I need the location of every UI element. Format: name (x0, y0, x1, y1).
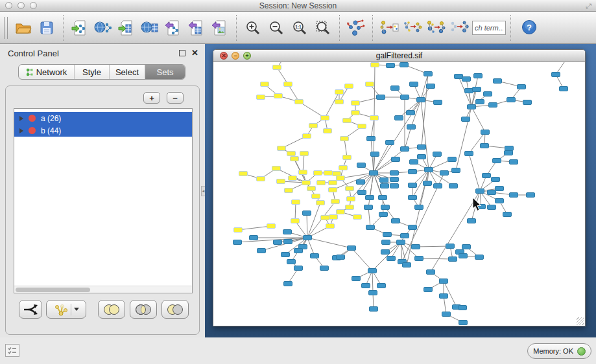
graph-node[interactable] (257, 95, 265, 100)
graph-edge[interactable] (456, 107, 471, 170)
graph-node[interactable] (377, 95, 385, 100)
graph-node[interactable] (409, 170, 417, 174)
graph-node[interactable] (364, 205, 373, 210)
graph-node[interactable] (370, 307, 378, 312)
graph-node[interactable] (267, 224, 276, 229)
zoom-in-button[interactable] (241, 15, 265, 41)
graph-node[interactable] (326, 224, 335, 229)
graph-node[interactable] (257, 249, 266, 253)
graph-node[interactable] (390, 184, 399, 188)
maximize-view-button[interactable]: + (243, 52, 251, 60)
graph-node[interactable] (493, 159, 501, 163)
graph-node[interactable] (377, 284, 386, 288)
graph-node[interactable] (337, 255, 345, 260)
zoom-actual-size-button[interactable]: 1:1 (288, 15, 311, 41)
view-resize-grip[interactable] (577, 317, 584, 325)
graph-node[interactable] (440, 294, 448, 299)
tab-select[interactable]: Select (110, 65, 145, 79)
graph-node[interactable] (462, 117, 470, 122)
graph-node[interactable] (381, 184, 389, 188)
graph-node[interactable] (367, 137, 375, 141)
graph-node[interactable] (335, 100, 344, 104)
graph-node[interactable] (434, 100, 442, 105)
graph-node[interactable] (303, 134, 311, 139)
graph-node[interactable] (340, 137, 349, 141)
graph-node[interactable] (523, 100, 532, 105)
graph-node[interactable] (357, 180, 365, 185)
graph-node[interactable] (312, 194, 320, 199)
graph-node[interactable] (295, 100, 304, 104)
graph-node[interactable] (494, 79, 502, 84)
graph-node[interactable] (386, 141, 394, 145)
graph-node[interactable] (403, 263, 411, 267)
graph-node[interactable] (366, 225, 375, 230)
close-window-button[interactable] (5, 2, 12, 9)
graph-node[interactable] (346, 205, 354, 210)
sets-list[interactable]: a (26) b (44) (14, 108, 193, 293)
remove-set-button[interactable]: − (167, 92, 184, 104)
graph-node[interactable] (409, 183, 417, 188)
graph-node[interactable] (382, 240, 390, 245)
graph-node[interactable] (309, 124, 318, 128)
graph-edge[interactable] (344, 139, 347, 157)
graph-node[interactable] (425, 168, 433, 172)
set-difference-button[interactable] (161, 300, 189, 319)
graph-node[interactable] (459, 254, 468, 258)
graph-node[interactable] (371, 152, 379, 157)
graph-node[interactable] (474, 74, 483, 78)
tab-style[interactable]: Style (75, 65, 110, 79)
graph-node[interactable] (320, 266, 329, 271)
graph-node[interactable] (415, 205, 423, 210)
horizontal-scrollbar[interactable] (14, 286, 192, 293)
graph-node[interactable] (292, 200, 300, 205)
graph-edge[interactable] (368, 207, 370, 227)
graph-node[interactable] (304, 236, 312, 240)
graph-edge[interactable] (471, 107, 485, 132)
save-session-button[interactable] (35, 15, 58, 41)
graph-node[interactable] (370, 171, 378, 176)
graph-node[interactable] (353, 215, 362, 220)
graph-node[interactable] (324, 129, 332, 133)
graph-edge[interactable] (307, 238, 315, 256)
graph-node[interactable] (285, 188, 293, 193)
graph-node[interactable] (433, 152, 442, 157)
graph-node[interactable] (299, 170, 307, 175)
search-input[interactable] (472, 21, 506, 35)
graph-node[interactable] (272, 166, 281, 171)
open-session-button[interactable] (12, 15, 35, 41)
graph-node[interactable] (488, 205, 496, 210)
graph-node[interactable] (345, 84, 353, 89)
zoom-fit-content-button[interactable] (311, 15, 335, 41)
graph-node[interactable] (465, 152, 473, 156)
graph-node[interactable] (409, 225, 417, 230)
graph-node[interactable] (449, 184, 458, 188)
graph-node[interactable] (488, 190, 496, 195)
graph-node[interactable] (281, 253, 290, 257)
network-copy-button[interactable] (377, 15, 401, 41)
float-panel-icon[interactable] (179, 50, 185, 56)
graph-node[interactable] (424, 72, 433, 76)
dropdown-arrow-icon[interactable] (74, 308, 79, 311)
graph-node[interactable] (505, 146, 514, 151)
graph-node[interactable] (335, 90, 344, 95)
graph-edge[interactable] (372, 242, 401, 271)
graph-node[interactable] (284, 240, 292, 244)
graph-node[interactable] (303, 211, 311, 216)
graph-node[interactable] (343, 119, 352, 123)
graph-node[interactable] (392, 157, 400, 162)
graph-edge[interactable] (325, 92, 339, 118)
graph-node[interactable] (483, 174, 491, 178)
export-table-button[interactable] (185, 15, 208, 41)
tab-network[interactable]: Network (19, 65, 75, 79)
graph-node[interactable] (387, 256, 396, 261)
graph-node[interactable] (352, 277, 361, 281)
graph-node[interactable] (261, 82, 269, 87)
graph-node[interactable] (401, 147, 409, 152)
graph-node[interactable] (250, 236, 258, 240)
graph-edge[interactable] (372, 271, 373, 293)
graph-node[interactable] (284, 282, 292, 286)
graph-edge[interactable] (307, 213, 307, 238)
set-union-button[interactable] (98, 300, 125, 319)
graph-edge[interactable] (238, 226, 271, 230)
graph-node[interactable] (503, 212, 512, 217)
